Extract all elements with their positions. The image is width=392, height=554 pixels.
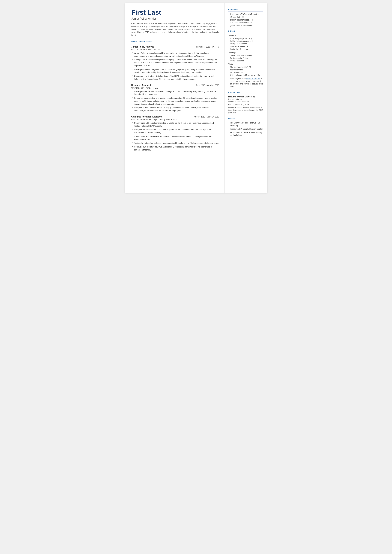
job-dates-1: November 2015 – Present [196,46,219,48]
job-company-1: Resume Worded, New York, NY [131,48,219,51]
job-title-2: Research Associate [131,84,152,86]
edu-institution: Resume Worded University [228,96,263,98]
job-bullets-2: Developed teacher and institutional surv… [131,90,219,112]
right-column: CONTACT Cheyenne, WY (Open to Remote) +1… [224,3,267,193]
bullet-3-3: Conducted literature reviews and constru… [132,135,219,141]
tool-4: Unidata Integrated Data Viewer IDV [228,74,263,76]
skill-1: Data Analysis (Advanced) [228,37,263,40]
other-item-3: Board Member, RW Research Society on Alc… [228,131,263,137]
techniques-label: Techniques: [228,51,263,54]
skills-section-title: SKILLS [228,30,263,33]
job-dates-3: August 2010 – January 2013 [194,116,219,118]
other-section: OTHER The Community Food Pantry, Board S… [228,117,263,136]
job-company-2: Growthsi, San Francisco, CA [131,87,219,89]
bullet-2-2: Served as a quantitative and qualitative… [132,97,219,105]
tool-2: Microsoft Office [228,69,263,71]
bullet-1-4: Conceived and drafted 15 vital portions … [132,75,219,81]
education-section: EDUCATION Resume Worded University Bache… [228,91,263,114]
job-bullets-3: Co-authored 10 book chapters within 2 we… [131,122,219,151]
tools-note: Don't forget to use Resume Worded to sca… [228,77,263,88]
job-block-2: Research Associate June 2013 – October 2… [131,84,219,112]
contact-email: email@resumeworded.com [228,19,263,21]
job-block-3: Graduate Research Assistant August 2010 … [131,115,219,151]
contact-section: CONTACT Cheyenne, WY (Open to Remote) +1… [228,9,263,27]
job-block-1: Junior Policy Analyst November 2015 – Pr… [131,45,219,81]
tool-1: The MathWorks MATLAB [228,66,263,68]
job-company-3: Resume Worded's Exciting Company, New Yo… [131,118,219,121]
tools-label: Tools: [228,63,263,65]
technique-2: Environmental Policy [228,57,263,59]
job-header-1: Junior Policy Analyst November 2015 – Pr… [131,45,219,48]
bullet-1-1: Wrote RW's first Sexual Assault Preventi… [132,52,219,58]
job-title: Junior Policy Analyst [131,17,219,20]
other-section-title: OTHER [228,117,263,120]
job-title-3: Graduate Research Assistant [131,115,162,118]
work-experience-section-title: WORK EXPERIENCE [131,40,219,43]
job-header-3: Graduate Research Assistant August 2010 … [131,115,219,118]
job-bullets-1: Wrote RW's first Sexual Assault Preventi… [131,52,219,81]
skill-3: Policy Development [228,43,263,45]
resume-worded-link[interactable]: Resume Worded [246,77,260,80]
edu-degree: Bachelor of Arts [228,98,263,100]
contact-github: github.com/resumeworded [228,24,263,27]
bullet-3-1: Co-authored 10 book chapters within 2 we… [132,122,219,128]
other-item-1: The Community Food Pantry, Board Secreta… [228,122,263,127]
contact-section-title: CONTACT [228,9,263,12]
technique-1: Stakeholder Management [228,54,263,56]
bullet-1-3: Developed ideas for legislation on 15 is… [132,68,219,74]
tools-note-prefix: Don't forget to use [230,77,246,80]
edu-major: Major in Communication [228,101,263,103]
bullet-2-1: Developed teacher and institutional surv… [132,90,219,96]
skill-2: Public Policy (Experienced) [228,40,263,42]
bullet-1-2: Championed 5 successful legislative camp… [132,58,219,67]
bullet-3-5: Conducted 15 literature reviews and draf… [132,146,219,151]
left-column: First Last Junior Policy Analyst Policy … [125,3,224,193]
edu-awards: Awards: Resume Worded Teaching Fellow (o… [228,106,263,114]
technical-label: Technical: [228,35,263,37]
edu-location-dates: Boston, MA — May 2018 [228,104,263,106]
job-title-1: Junior Policy Analyst [131,45,154,48]
bullet-3-2: Designed 18 surveys and collected BSc gr… [132,128,219,134]
bullet-3-4: Assisted with the data collection and an… [132,142,219,145]
tool-3: Microsoft Excel [228,71,263,74]
resume-container: First Last Junior Policy Analyst Policy … [125,3,267,193]
skill-4: Qualitative Research [228,45,263,48]
education-section-title: EDUCATION [228,91,263,94]
contact-phone: +1-555-456-000 [228,16,263,18]
contact-linkedin: linkedin.com/in/username [228,22,263,24]
job-header-2: Research Associate June 2013 – October 2… [131,84,219,86]
skills-section: SKILLS Technical: Data Analysis (Advance… [228,30,263,88]
technique-3: Policy Research [228,60,263,62]
contact-location: Cheyenne, WY (Open to Remote) [228,13,263,15]
candidate-name: First Last [131,9,219,16]
summary-text: Policy Analyst with diverse experience o… [131,22,219,37]
bullet-2-3: Designed 3 data analysis tools including… [132,106,219,112]
job-dates-2: June 2013 – October 2015 [196,84,219,86]
other-item-2: Treasurer, RW County Sobriety Center. [228,128,263,130]
skill-5: Legislative Research [228,48,263,50]
